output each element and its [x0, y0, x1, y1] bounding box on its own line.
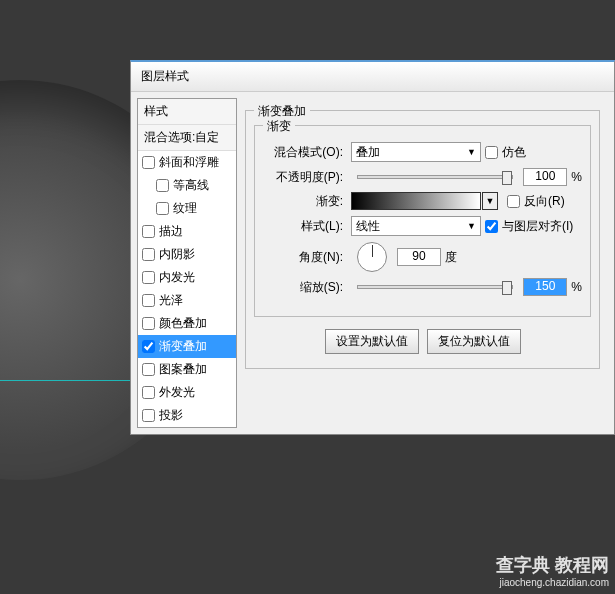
group-title-inner: 渐变: [263, 118, 295, 135]
opacity-label: 不透明度(P):: [263, 169, 343, 186]
align-checkbox[interactable]: [485, 220, 498, 233]
blend-mode-combo[interactable]: 叠加 ▼: [351, 142, 481, 162]
style-item-label: 内阴影: [159, 246, 195, 263]
opacity-input[interactable]: 100: [523, 168, 567, 186]
style-checkbox[interactable]: [142, 363, 155, 376]
style-item[interactable]: 投影: [138, 404, 236, 427]
angle-dial[interactable]: [357, 242, 387, 272]
style-item-label: 图案叠加: [159, 361, 207, 378]
dialog-titlebar[interactable]: 图层样式: [131, 62, 614, 92]
blend-options[interactable]: 混合选项:自定: [138, 125, 236, 151]
dither-label: 仿色: [502, 144, 526, 161]
style-checkbox[interactable]: [142, 225, 155, 238]
gradient-label: 渐变:: [263, 193, 343, 210]
styles-list: 样式 混合选项:自定 斜面和浮雕等高线纹理描边内阴影内发光光泽颜色叠加渐变叠加图…: [137, 98, 237, 428]
style-checkbox[interactable]: [142, 386, 155, 399]
style-item-label: 颜色叠加: [159, 315, 207, 332]
style-checkbox[interactable]: [142, 317, 155, 330]
style-item-label: 光泽: [159, 292, 183, 309]
style-checkbox[interactable]: [156, 202, 169, 215]
style-item[interactable]: 描边: [138, 220, 236, 243]
degree-label: 度: [445, 249, 457, 266]
style-item[interactable]: 纹理: [138, 197, 236, 220]
chevron-down-icon: ▼: [467, 221, 476, 231]
gradient-picker-button[interactable]: ▼: [482, 192, 498, 210]
reverse-checkbox[interactable]: [507, 195, 520, 208]
reverse-label: 反向(R): [524, 193, 565, 210]
make-default-button[interactable]: 设置为默认值: [325, 329, 419, 354]
style-item[interactable]: 内阴影: [138, 243, 236, 266]
angle-input[interactable]: 90: [397, 248, 441, 266]
style-item[interactable]: 颜色叠加: [138, 312, 236, 335]
style-combo[interactable]: 线性 ▼: [351, 216, 481, 236]
chevron-down-icon: ▼: [467, 147, 476, 157]
angle-label: 角度(N):: [263, 249, 343, 266]
style-checkbox[interactable]: [142, 271, 155, 284]
gradient-group: 渐变 混合模式(O): 叠加 ▼ 仿色 不透明度(P): 100: [254, 125, 591, 317]
watermark: 查字典 教程网 jiaocheng.chazidian.com: [496, 553, 609, 588]
blend-mode-label: 混合模式(O):: [263, 144, 343, 161]
style-item[interactable]: 外发光: [138, 381, 236, 404]
layer-style-dialog: 图层样式 样式 混合选项:自定 斜面和浮雕等高线纹理描边内阴影内发光光泽颜色叠加…: [130, 60, 615, 435]
dialog-title: 图层样式: [141, 69, 189, 83]
style-checkbox[interactable]: [142, 156, 155, 169]
style-checkbox[interactable]: [142, 248, 155, 261]
style-checkbox[interactable]: [142, 409, 155, 422]
settings-panel: 渐变叠加 渐变 混合模式(O): 叠加 ▼ 仿色 不透明度(P):: [237, 98, 608, 428]
style-item-label: 渐变叠加: [159, 338, 207, 355]
gradient-overlay-group: 渐变叠加 渐变 混合模式(O): 叠加 ▼ 仿色 不透明度(P):: [245, 110, 600, 369]
style-item-label: 描边: [159, 223, 183, 240]
style-item[interactable]: 图案叠加: [138, 358, 236, 381]
style-checkbox[interactable]: [142, 294, 155, 307]
gradient-swatch[interactable]: ▼: [351, 192, 481, 210]
style-item-label: 外发光: [159, 384, 195, 401]
style-item-label: 斜面和浮雕: [159, 154, 219, 171]
opacity-slider[interactable]: [357, 175, 513, 179]
style-checkbox[interactable]: [142, 340, 155, 353]
style-checkbox[interactable]: [156, 179, 169, 192]
scale-label: 缩放(S):: [263, 279, 343, 296]
reset-default-button[interactable]: 复位为默认值: [427, 329, 521, 354]
style-item-label: 等高线: [173, 177, 209, 194]
scale-input[interactable]: 150: [523, 278, 567, 296]
style-item-label: 内发光: [159, 269, 195, 286]
style-item[interactable]: 内发光: [138, 266, 236, 289]
style-item[interactable]: 渐变叠加: [138, 335, 236, 358]
style-label: 样式(L):: [263, 218, 343, 235]
styles-header[interactable]: 样式: [138, 99, 236, 125]
dither-checkbox[interactable]: [485, 146, 498, 159]
style-item[interactable]: 等高线: [138, 174, 236, 197]
style-item[interactable]: 光泽: [138, 289, 236, 312]
style-item-label: 投影: [159, 407, 183, 424]
style-item-label: 纹理: [173, 200, 197, 217]
align-label: 与图层对齐(I): [502, 218, 573, 235]
scale-slider[interactable]: [357, 285, 513, 289]
style-item[interactable]: 斜面和浮雕: [138, 151, 236, 174]
